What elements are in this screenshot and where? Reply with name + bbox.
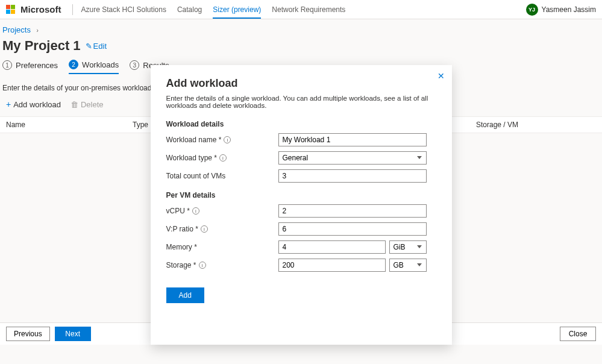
storage-label: Storage * i — [166, 261, 278, 269]
top-header: Microsoft Azure Stack HCI Solutions Cata… — [0, 0, 602, 19]
step-preferences[interactable]: 1 Preferences — [2, 60, 58, 74]
microsoft-logo-icon — [6, 5, 16, 14]
modal-title: Add workload — [166, 77, 436, 90]
vcpu-label: vCPU * i — [166, 207, 278, 215]
info-icon[interactable]: i — [224, 136, 231, 143]
divider — [72, 4, 73, 15]
storage-unit-select[interactable]: GB — [389, 259, 427, 272]
nav-item-network-req[interactable]: Network Requirements — [272, 1, 345, 19]
vm-count-label: Total count of VMs — [166, 172, 278, 180]
modal-description: Enter the details of a single workload. … — [166, 95, 436, 109]
info-icon[interactable]: i — [201, 225, 208, 233]
step-label: Preferences — [16, 61, 58, 70]
workload-type-label: Workload type * i — [166, 154, 278, 162]
add-workload-label: Add workload — [13, 100, 61, 109]
plus-icon: + — [6, 99, 11, 109]
info-icon[interactable]: i — [192, 207, 199, 215]
chevron-right-icon: › — [37, 27, 39, 34]
storage-input[interactable] — [278, 259, 386, 272]
column-header-storage[interactable]: Storage / VM — [476, 121, 596, 129]
user-area[interactable]: YJ Yasmeen Jassim — [526, 4, 596, 16]
delete-label: Delete — [81, 100, 104, 109]
workload-type-select[interactable]: General — [278, 151, 427, 165]
step-label: Workloads — [82, 60, 119, 69]
trash-icon: 🗑 — [71, 100, 78, 109]
workload-name-label: Workload name * i — [166, 136, 278, 144]
avatar: YJ — [526, 4, 538, 16]
section-workload-details: Workload details — [166, 120, 436, 128]
pencil-icon: ✎ — [86, 42, 92, 51]
memory-input[interactable] — [278, 240, 386, 254]
delete-button: 🗑 Delete — [71, 99, 104, 109]
nav-item-sizer[interactable]: Sizer (preview) — [213, 1, 261, 19]
step-number: 2 — [69, 60, 78, 69]
info-icon[interactable]: i — [199, 262, 206, 269]
previous-button[interactable]: Previous — [6, 327, 50, 341]
memory-label: Memory * — [166, 243, 278, 251]
breadcrumb: Projects › — [0, 25, 602, 38]
add-workload-modal: ✕ Add workload Enter the details of a si… — [151, 65, 452, 345]
close-button[interactable]: Close — [560, 327, 596, 341]
vcpu-input[interactable] — [278, 204, 427, 218]
nav-item-hci-solutions[interactable]: Azure Stack HCI Solutions — [81, 1, 166, 19]
workload-name-input[interactable] — [278, 133, 427, 146]
next-button[interactable]: Next — [55, 327, 91, 341]
top-nav: Azure Stack HCI Solutions Catalog Sizer … — [81, 1, 346, 19]
memory-unit-select[interactable]: GiB — [389, 240, 427, 254]
vm-count-input[interactable] — [278, 169, 427, 183]
edit-button[interactable]: ✎ Edit — [86, 42, 107, 51]
user-name: Yasmeen Jassim — [542, 5, 596, 14]
add-workload-button[interactable]: + Add workload — [6, 99, 61, 109]
brand-label: Microsoft — [20, 4, 61, 14]
page-title: My Project 1 — [2, 38, 81, 54]
step-workloads[interactable]: 2 Workloads — [69, 60, 119, 74]
close-icon[interactable]: ✕ — [437, 71, 445, 81]
vp-ratio-label: V:P ratio * i — [166, 225, 278, 233]
step-number: 1 — [2, 60, 12, 70]
add-button[interactable]: Add — [166, 287, 204, 303]
info-icon[interactable]: i — [219, 154, 227, 162]
edit-label: Edit — [93, 42, 107, 51]
section-per-vm: Per VM details — [166, 191, 436, 199]
breadcrumb-projects[interactable]: Projects — [2, 25, 31, 34]
step-number: 3 — [130, 60, 139, 70]
nav-item-catalog[interactable]: Catalog — [177, 1, 202, 19]
vp-ratio-input[interactable] — [278, 222, 427, 236]
column-header-name[interactable]: Name — [6, 121, 133, 129]
